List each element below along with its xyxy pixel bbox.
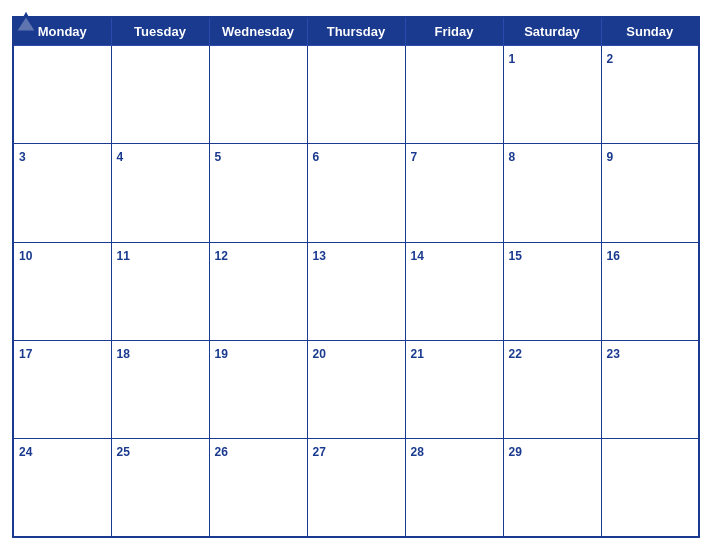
day-number: 29	[509, 445, 522, 459]
calendar-cell: 9	[601, 144, 699, 242]
calendar-cell: 3	[13, 144, 111, 242]
calendar-cell: 5	[209, 144, 307, 242]
calendar-cell: 22	[503, 340, 601, 438]
calendar-cell: 23	[601, 340, 699, 438]
week-row-3: 10111213141516	[13, 242, 699, 340]
weekday-friday: Friday	[405, 17, 503, 46]
weekday-saturday: Saturday	[503, 17, 601, 46]
calendar-cell: 14	[405, 242, 503, 340]
calendar-cell: 28	[405, 439, 503, 537]
week-row-1: 12	[13, 46, 699, 144]
day-number: 18	[117, 347, 130, 361]
calendar-cell: 27	[307, 439, 405, 537]
week-row-5: 242526272829	[13, 439, 699, 537]
day-number: 19	[215, 347, 228, 361]
calendar-cell: 29	[503, 439, 601, 537]
calendar-grid: MondayTuesdayWednesdayThursdayFridaySatu…	[12, 16, 700, 538]
week-row-2: 3456789	[13, 144, 699, 242]
calendar-cell: 21	[405, 340, 503, 438]
day-number: 23	[607, 347, 620, 361]
weekday-sunday: Sunday	[601, 17, 699, 46]
day-number: 17	[19, 347, 32, 361]
calendar-cell	[405, 46, 503, 144]
calendar-cell: 18	[111, 340, 209, 438]
weekday-thursday: Thursday	[307, 17, 405, 46]
day-number: 9	[607, 150, 614, 164]
calendar-cell	[307, 46, 405, 144]
calendar-cell: 7	[405, 144, 503, 242]
weekday-header-row: MondayTuesdayWednesdayThursdayFridaySatu…	[13, 17, 699, 46]
calendar-cell	[13, 46, 111, 144]
weekday-tuesday: Tuesday	[111, 17, 209, 46]
day-number: 14	[411, 249, 424, 263]
day-number: 13	[313, 249, 326, 263]
logo	[12, 10, 42, 38]
calendar-cell: 2	[601, 46, 699, 144]
day-number: 11	[117, 249, 130, 263]
day-number: 5	[215, 150, 222, 164]
calendar-cell: 6	[307, 144, 405, 242]
day-number: 7	[411, 150, 418, 164]
day-number: 25	[117, 445, 130, 459]
calendar-cell: 4	[111, 144, 209, 242]
calendar-cell: 13	[307, 242, 405, 340]
calendar-cell: 15	[503, 242, 601, 340]
week-row-4: 17181920212223	[13, 340, 699, 438]
day-number: 24	[19, 445, 32, 459]
calendar-cell: 10	[13, 242, 111, 340]
calendar-cell: 12	[209, 242, 307, 340]
day-number: 4	[117, 150, 124, 164]
generalblue-logo-icon	[12, 10, 40, 38]
calendar-cell	[601, 439, 699, 537]
day-number: 10	[19, 249, 32, 263]
weekday-wednesday: Wednesday	[209, 17, 307, 46]
day-number: 1	[509, 52, 516, 66]
day-number: 6	[313, 150, 320, 164]
calendar-cell: 20	[307, 340, 405, 438]
calendar-cell	[111, 46, 209, 144]
calendar-cell: 1	[503, 46, 601, 144]
calendar-cell: 24	[13, 439, 111, 537]
day-number: 26	[215, 445, 228, 459]
day-number: 3	[19, 150, 26, 164]
calendar-cell	[209, 46, 307, 144]
calendar-cell: 16	[601, 242, 699, 340]
calendar-cell: 26	[209, 439, 307, 537]
calendar: MondayTuesdayWednesdayThursdayFridaySatu…	[0, 0, 712, 550]
day-number: 27	[313, 445, 326, 459]
calendar-cell: 25	[111, 439, 209, 537]
day-number: 12	[215, 249, 228, 263]
day-number: 28	[411, 445, 424, 459]
day-number: 2	[607, 52, 614, 66]
calendar-cell: 17	[13, 340, 111, 438]
day-number: 8	[509, 150, 516, 164]
day-number: 22	[509, 347, 522, 361]
day-number: 20	[313, 347, 326, 361]
day-number: 16	[607, 249, 620, 263]
calendar-cell: 19	[209, 340, 307, 438]
calendar-cell: 8	[503, 144, 601, 242]
day-number: 15	[509, 249, 522, 263]
day-number: 21	[411, 347, 424, 361]
calendar-cell: 11	[111, 242, 209, 340]
